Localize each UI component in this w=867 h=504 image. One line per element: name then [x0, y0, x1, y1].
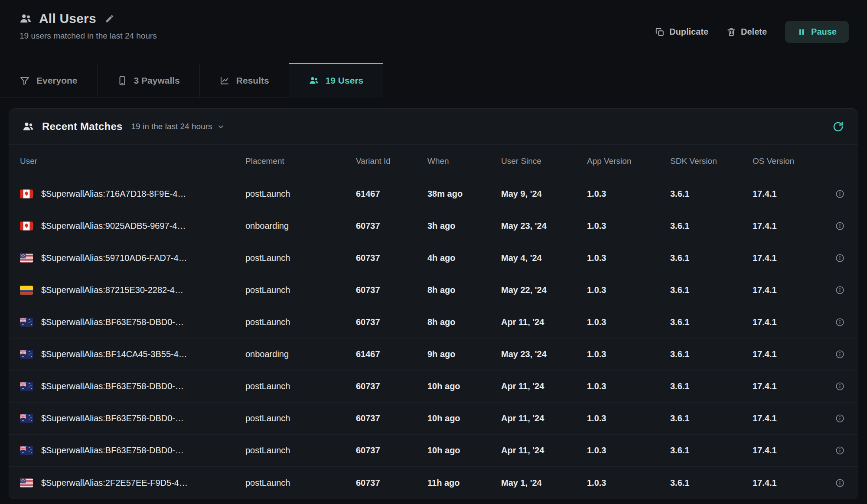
user-alias: $SuperwallAlias:9025ADB5-9697-4…	[41, 221, 186, 231]
column-header-user: User	[20, 156, 245, 166]
user-since-cell: May 1, '24	[501, 478, 587, 488]
when-cell: 8h ago	[427, 285, 501, 295]
user-alias: $SuperwallAlias:87215E30-2282-4…	[41, 285, 183, 295]
info-icon[interactable]	[834, 380, 846, 392]
user-since-cell: Apr 11, '24	[501, 445, 587, 455]
variant-id-cell: 60737	[356, 413, 427, 423]
user-since-cell: Apr 11, '24	[501, 381, 587, 391]
variant-id-cell: 60737	[356, 381, 427, 391]
when-cell: 10h ago	[427, 381, 501, 391]
audience-heading: All Users 19 users matched in the last 2…	[19, 11, 157, 41]
info-cell	[827, 188, 846, 200]
table-row[interactable]: $SuperwallAlias:BF63E758-DBD0-…postLaunc…	[9, 306, 858, 338]
tab-3-paywalls[interactable]: 3 Paywalls	[98, 63, 200, 98]
trash-icon	[727, 27, 736, 37]
user-cell: $SuperwallAlias:59710AD6-FAD7-4…	[20, 253, 245, 263]
page-header: All Users 19 users matched in the last 2…	[0, 0, 867, 63]
table-row[interactable]: $SuperwallAlias:59710AD6-FAD7-4…postLaun…	[9, 242, 858, 274]
table-row[interactable]: $SuperwallAlias:2F2E57EE-F9D5-4…postLaun…	[9, 467, 858, 499]
recent-matches-panel: Recent Matches 19 in the last 24 hours U…	[9, 108, 858, 499]
info-icon[interactable]	[834, 413, 846, 424]
info-cell	[827, 477, 846, 489]
os-version-cell: 17.4.1	[753, 349, 827, 359]
app-version-cell: 1.0.3	[587, 413, 670, 423]
table-row[interactable]: $SuperwallAlias:BF63E758-DBD0-…postLaunc…	[9, 403, 858, 435]
info-icon[interactable]	[834, 445, 846, 456]
duplicate-button[interactable]: Duplicate	[655, 27, 708, 37]
app-version-cell: 1.0.3	[587, 253, 670, 263]
column-header-app-version: App Version	[587, 156, 670, 166]
os-version-cell: 17.4.1	[753, 413, 827, 423]
tab-bar: Everyone3 PaywallsResults19 Users	[0, 63, 383, 98]
duplicate-icon	[655, 27, 665, 37]
user-cell: $SuperwallAlias:BF63E758-DBD0-…	[20, 381, 245, 391]
placement-cell: postLaunch	[245, 253, 356, 263]
info-icon[interactable]	[834, 284, 846, 296]
app-version-cell: 1.0.3	[587, 445, 670, 455]
delete-button[interactable]: Delete	[727, 27, 767, 37]
tab-19-users[interactable]: 19 Users	[289, 63, 384, 98]
table-row[interactable]: $SuperwallAlias:BF63E758-DBD0-…postLaunc…	[9, 435, 858, 467]
user-cell: $SuperwallAlias:BF63E758-DBD0-…	[20, 317, 245, 327]
os-version-cell: 17.4.1	[753, 189, 827, 199]
tab-label: 3 Paywalls	[134, 75, 180, 86]
user-since-cell: May 22, '24	[501, 285, 587, 295]
variant-id-cell: 61467	[356, 189, 427, 199]
column-header-os-version: OS Version	[753, 156, 827, 166]
when-cell: 38m ago	[427, 189, 501, 199]
user-cell: $SuperwallAlias:BF14CA45-3B55-4…	[20, 349, 245, 359]
delete-label: Delete	[741, 27, 767, 37]
table-row[interactable]: $SuperwallAlias:716A7D18-8F9E-4…postLaun…	[9, 178, 858, 210]
australia-flag-icon	[20, 414, 33, 423]
app-version-cell: 1.0.3	[587, 349, 670, 359]
user-since-cell: May 23, '24	[501, 221, 587, 231]
table-row[interactable]: $SuperwallAlias:BF63E758-DBD0-…postLaunc…	[9, 371, 858, 403]
variant-id-cell: 60737	[356, 317, 427, 327]
user-alias: $SuperwallAlias:2F2E57EE-F9D5-4…	[41, 478, 188, 488]
info-icon[interactable]	[834, 252, 846, 264]
tab-everyone[interactable]: Everyone	[0, 63, 98, 98]
info-icon[interactable]	[834, 477, 846, 489]
sdk-version-cell: 3.6.1	[670, 349, 753, 359]
when-cell: 9h ago	[427, 349, 501, 359]
results-icon	[219, 75, 230, 86]
table-row[interactable]: $SuperwallAlias:9025ADB5-9697-4…onboardi…	[9, 210, 858, 242]
os-version-cell: 17.4.1	[753, 478, 827, 488]
edit-icon[interactable]	[103, 12, 116, 25]
info-icon[interactable]	[834, 316, 846, 328]
australia-flag-icon	[20, 382, 33, 391]
user-alias: $SuperwallAlias:716A7D18-8F9E-4…	[41, 189, 186, 199]
placement-cell: onboarding	[245, 349, 356, 359]
info-icon[interactable]	[834, 220, 846, 232]
user-cell: $SuperwallAlias:716A7D18-8F9E-4…	[20, 189, 245, 199]
tab-results[interactable]: Results	[200, 63, 289, 98]
matched-subtitle: 19 users matched in the last 24 hours	[20, 31, 157, 41]
info-icon[interactable]	[834, 188, 846, 200]
when-cell: 10h ago	[427, 445, 501, 455]
column-header-placement: Placement	[245, 156, 356, 166]
table-row[interactable]: $SuperwallAlias:BF14CA45-3B55-4…onboardi…	[9, 338, 858, 371]
users-icon	[309, 75, 319, 86]
refresh-button[interactable]	[832, 121, 844, 133]
info-cell	[827, 220, 846, 232]
pause-button[interactable]: Pause	[785, 21, 849, 43]
os-version-cell: 17.4.1	[753, 221, 827, 231]
variant-id-cell: 61467	[356, 349, 427, 359]
column-header-variant-id: Variant Id	[356, 156, 427, 166]
user-cell: $SuperwallAlias:BF63E758-DBD0-…	[20, 445, 245, 455]
info-cell	[827, 413, 846, 424]
sdk-version-cell: 3.6.1	[670, 285, 753, 295]
australia-flag-icon	[20, 318, 33, 327]
colombia-flag-icon	[20, 286, 33, 295]
column-header-when: When	[427, 156, 501, 166]
sdk-version-cell: 3.6.1	[670, 413, 753, 423]
info-icon[interactable]	[834, 348, 846, 360]
sdk-version-cell: 3.6.1	[670, 445, 753, 455]
timeframe-label: 19 in the last 24 hours	[131, 122, 212, 131]
user-cell: $SuperwallAlias:9025ADB5-9697-4…	[20, 221, 245, 231]
timeframe-dropdown[interactable]: 19 in the last 24 hours	[131, 122, 225, 131]
user-alias: $SuperwallAlias:BF63E758-DBD0-…	[41, 381, 184, 391]
placement-cell: postLaunch	[245, 317, 356, 327]
placement-cell: postLaunch	[245, 381, 356, 391]
table-row[interactable]: $SuperwallAlias:87215E30-2282-4…postLaun…	[9, 274, 858, 306]
